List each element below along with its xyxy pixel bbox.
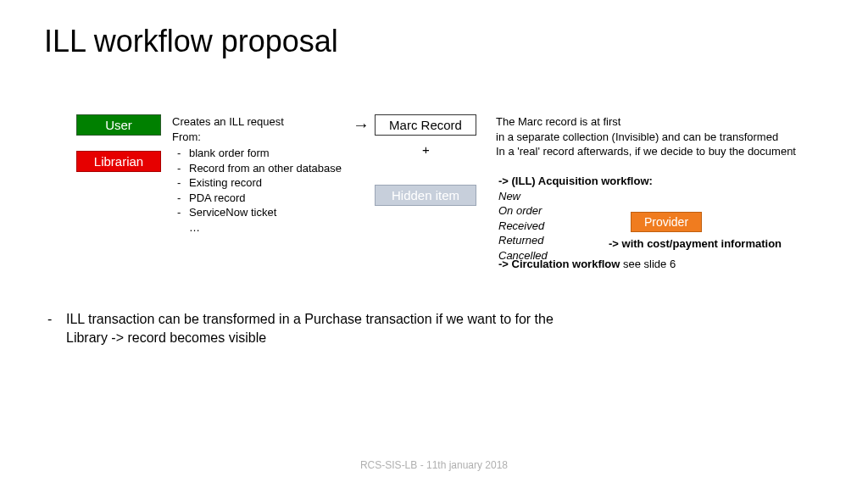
acq-status: Received (498, 219, 653, 234)
circ-bold: -> Circulation workflow (498, 258, 623, 270)
creates-item: PDA record (172, 191, 342, 206)
marc-description: The Marc record is at first in a separat… (496, 114, 796, 159)
footer-text: RCS-SIS-LB - 11th january 2018 (0, 459, 868, 471)
creates-line1: Creates an ILL request (172, 114, 342, 130)
arrow-icon: → (353, 115, 370, 135)
marc-desc-line: In a 'real' record afterwards, if we dec… (496, 144, 796, 159)
cost-info: -> with cost/payment information (609, 237, 782, 250)
circulation-workflow: -> Circulation workflow see slide 6 (498, 258, 676, 270)
main-bullet: -ILL transaction can be transformed in a… (47, 310, 554, 348)
marc-desc-line: in a separate collection (Invisible) and… (496, 130, 796, 145)
creates-item: Existing record (172, 175, 342, 191)
hidden-item-box: Hidden item (375, 185, 476, 206)
acq-header: -> (ILL) Acquisition workflow: (498, 174, 653, 189)
creates-line2: From: (172, 130, 342, 145)
creates-item: Record from an other database (172, 161, 342, 176)
circ-rest: see slide 6 (623, 258, 676, 270)
acq-status: On order (498, 203, 653, 219)
marc-record-box: Marc Record (375, 114, 476, 136)
user-box: User (76, 114, 161, 136)
slide-title: ILL workflow proposal (44, 24, 338, 59)
acq-status: New (498, 189, 653, 204)
creates-text: Creates an ILL request From: blank order… (172, 114, 342, 235)
creates-item: ServiceNow ticket (172, 205, 342, 220)
provider-box: Provider (631, 212, 702, 232)
plus-symbol: + (422, 142, 430, 157)
creates-ellipsis: … (172, 220, 342, 236)
bullet-line: ILL transaction can be transformed in a … (66, 312, 554, 326)
librarian-box: Librarian (76, 151, 161, 172)
marc-desc-line: The Marc record is at first (496, 114, 796, 130)
creates-item: blank order form (172, 146, 342, 161)
bullet-line: Library -> record becomes visible (47, 329, 554, 347)
